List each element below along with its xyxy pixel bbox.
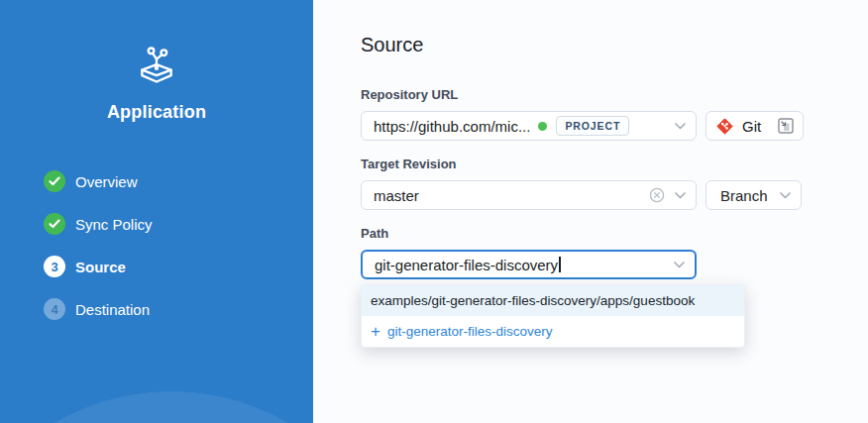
application-wizard: Application Overview Sync Policy 3 Sourc… <box>0 0 868 423</box>
path-suggestion-item[interactable]: examples/git-generator-files-discovery/a… <box>362 285 744 316</box>
repository-url-input[interactable]: https://github.com/mic... PROJECT <box>361 111 697 141</box>
chevron-down-icon[interactable] <box>675 192 686 199</box>
step-destination[interactable]: 4 Destination <box>44 298 153 320</box>
source-form-panel: Source Repository URL https://github.com… <box>313 0 868 423</box>
chevron-down-icon <box>780 192 791 199</box>
check-icon <box>44 213 65 235</box>
revision-type-selector[interactable]: Branch <box>705 180 802 210</box>
text-caret <box>559 257 561 272</box>
target-revision-label: Target Revision <box>361 157 457 171</box>
project-badge: PROJECT <box>556 116 629 136</box>
step-sync-policy[interactable]: Sync Policy <box>44 213 153 235</box>
target-revision-input[interactable]: master <box>361 180 697 210</box>
revision-type-label: Branch <box>720 187 768 204</box>
repo-picker-icon[interactable] <box>778 118 794 134</box>
application-icon <box>0 44 313 91</box>
step-source[interactable]: 3 Source <box>44 256 153 277</box>
path-value: git-generator-files-discovery <box>375 257 558 273</box>
connection-status-dot-icon <box>538 122 547 131</box>
wizard-title: Application <box>0 102 313 123</box>
page-title: Source <box>361 34 423 56</box>
check-icon <box>44 170 65 192</box>
path-add-item[interactable]: + git-generator-files-discovery <box>362 316 744 347</box>
step-overview[interactable]: Overview <box>44 170 153 192</box>
path-add-label: git-generator-files-discovery <box>387 324 553 339</box>
clear-icon[interactable] <box>649 187 665 203</box>
plus-icon: + <box>371 325 380 338</box>
wizard-sidebar: Application Overview Sync Policy 3 Sourc… <box>0 0 313 423</box>
chevron-down-icon[interactable] <box>675 123 686 130</box>
repo-type-label: Git <box>742 118 761 135</box>
step-number: 3 <box>44 256 65 277</box>
target-revision-value: master <box>374 187 419 204</box>
wizard-steps: Overview Sync Policy 3 Source 4 Destinat… <box>44 170 153 341</box>
git-icon <box>716 118 733 135</box>
decorative-circle <box>0 391 313 423</box>
step-number: 4 <box>44 298 65 320</box>
step-label: Sync Policy <box>75 216 153 233</box>
path-input[interactable]: git-generator-files-discovery <box>361 250 697 279</box>
path-label: Path <box>361 226 388 241</box>
repo-type-selector[interactable]: Git <box>705 111 804 141</box>
chevron-down-icon[interactable] <box>674 262 685 268</box>
path-suggestions-dropdown: examples/git-generator-files-discovery/a… <box>361 284 745 348</box>
step-label: Source <box>75 259 126 275</box>
step-label: Overview <box>75 173 138 190</box>
step-label: Destination <box>75 301 150 318</box>
repository-url-label: Repository URL <box>361 87 458 102</box>
repository-url-value: https://github.com/mic... <box>374 118 530 135</box>
